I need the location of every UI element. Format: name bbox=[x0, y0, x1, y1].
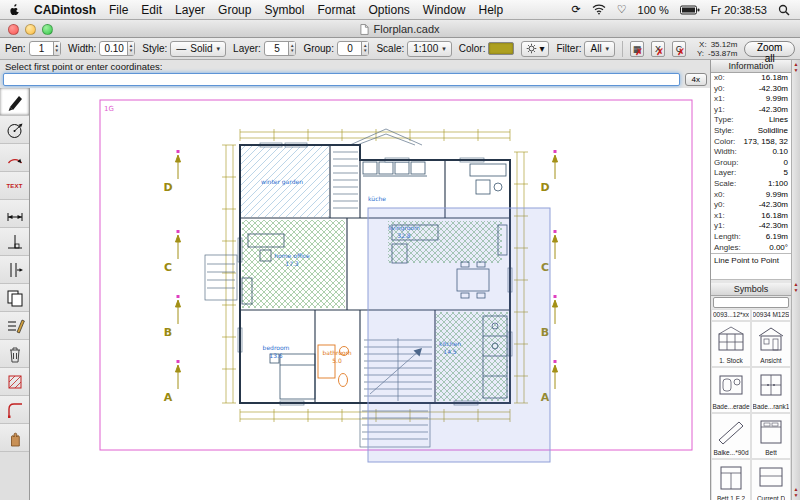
info-label: Group: bbox=[714, 158, 738, 169]
pen-stepper[interactable]: 1 ▲▼ bbox=[29, 41, 61, 56]
info-value: 6.19m bbox=[766, 232, 788, 243]
arc-icon bbox=[5, 148, 25, 168]
delete-tool[interactable] bbox=[0, 340, 29, 368]
room-label-winter-garden: winter garden bbox=[261, 178, 303, 186]
symbols-panel-header[interactable]: Symbols bbox=[711, 283, 791, 296]
wifi-icon[interactable] bbox=[592, 4, 606, 15]
color-swatch[interactable] bbox=[488, 42, 514, 55]
info-label: Length: bbox=[714, 232, 741, 243]
symbol-caption: Bade...erade bbox=[712, 402, 749, 412]
menu-options[interactable]: Options bbox=[368, 3, 409, 17]
spotlight-icon[interactable] bbox=[778, 4, 790, 16]
style-label: Style: bbox=[142, 43, 167, 54]
duplicate-tool[interactable] bbox=[0, 284, 29, 312]
command-confirm-button[interactable]: 4x bbox=[685, 73, 707, 86]
info-row: y1:-42.30m bbox=[711, 221, 791, 232]
menu-format[interactable]: Format bbox=[317, 3, 355, 17]
sync-icon[interactable]: ⟳ bbox=[571, 3, 580, 16]
stepper-down-icon: ▼ bbox=[55, 49, 59, 54]
marker-c-toggle[interactable]: C✗ bbox=[672, 41, 686, 57]
selection-overlay[interactable] bbox=[368, 208, 550, 462]
heart-icon[interactable]: ♡ bbox=[617, 3, 627, 16]
symbol-item[interactable]: 0093...12*xx bbox=[711, 309, 751, 321]
scroll-down-icon[interactable]: ▼ bbox=[794, 288, 799, 294]
symbol-item[interactable]: Balke...*90d bbox=[711, 413, 751, 459]
scroll-down-icon[interactable]: ▼ bbox=[794, 493, 799, 499]
fillet-tool[interactable] bbox=[0, 396, 29, 424]
line-draw-tool[interactable] bbox=[0, 88, 29, 116]
hatched-square-icon bbox=[5, 372, 25, 392]
room-label-bedroom: bedroom bbox=[263, 344, 290, 351]
information-panel-header[interactable]: Information bbox=[711, 60, 791, 73]
style-control: Style: — Solid ▾ bbox=[142, 41, 226, 57]
perpendicular-tool[interactable] bbox=[0, 228, 29, 256]
symbol-item[interactable]: Bade...erade bbox=[711, 367, 751, 413]
circle-tool[interactable] bbox=[0, 116, 29, 144]
symbol-item[interactable]: Ansicht bbox=[751, 321, 791, 367]
symbol-item[interactable]: 1. Stock bbox=[711, 321, 751, 367]
menu-group[interactable]: Group bbox=[218, 3, 251, 17]
info-row: y1:-42.30m bbox=[711, 105, 791, 116]
apple-menu[interactable] bbox=[10, 3, 21, 16]
information-rows: x0:16.18m y0:-42.30m x1:9.99m y1:-42.30m… bbox=[711, 73, 791, 254]
symbol-item[interactable]: Current D bbox=[751, 459, 791, 500]
symbol-caption: 1. Stock bbox=[719, 356, 742, 366]
close-button[interactable] bbox=[8, 24, 19, 35]
style-dropdown[interactable]: — Solid ▾ bbox=[170, 41, 226, 57]
menu-status-area: ⟳ ♡ 100 % Fr 20:38:53 bbox=[571, 3, 790, 16]
layer-stepper-arrows[interactable]: ▲▼ bbox=[288, 42, 295, 55]
menu-symbol[interactable]: Symbol bbox=[264, 3, 304, 17]
scroll-arrows[interactable]: ▲▼ bbox=[792, 282, 800, 293]
zoom-all-button[interactable]: Zoom all bbox=[744, 41, 795, 57]
symbol-item[interactable]: Bett 1 F 2 bbox=[711, 459, 751, 500]
symbol-item[interactable]: Bade...rank1 bbox=[751, 367, 791, 413]
info-value: 0.10 bbox=[772, 147, 788, 158]
layer-stepper[interactable]: 5 ▲▼ bbox=[264, 41, 296, 56]
menu-file[interactable]: File bbox=[109, 3, 128, 17]
group-stepper[interactable]: 0 ▲▼ bbox=[337, 41, 369, 56]
minimize-button[interactable] bbox=[25, 24, 36, 35]
arc-tool[interactable] bbox=[0, 144, 29, 172]
width-stepper[interactable]: 0.10 ▲▼ bbox=[99, 41, 135, 56]
drawing-canvas[interactable]: 1G bbox=[30, 88, 710, 500]
symbol-item[interactable]: 00934 M12S bbox=[751, 309, 791, 321]
settings-dropdown[interactable]: ▾ bbox=[521, 41, 549, 57]
marker-grid-toggle[interactable]: ▦✗ bbox=[630, 41, 644, 57]
menu-layer[interactable]: Layer bbox=[175, 3, 205, 17]
group-control: Group: 0 ▲▼ bbox=[303, 41, 369, 56]
fill-hatch-tool[interactable] bbox=[0, 368, 29, 396]
symbol-item[interactable]: Bett bbox=[751, 413, 791, 459]
symbol-caption: Bade...rank1 bbox=[753, 402, 790, 412]
menu-window[interactable]: Window bbox=[423, 3, 466, 17]
menu-help[interactable]: Help bbox=[479, 3, 504, 17]
info-label: y1: bbox=[714, 105, 725, 116]
window-title-bar[interactable]: Florplan.cadx bbox=[0, 20, 800, 38]
cabinet-icon bbox=[753, 368, 789, 402]
menu-edit[interactable]: Edit bbox=[141, 3, 162, 17]
pen-stepper-arrows[interactable]: ▲▼ bbox=[53, 42, 60, 55]
scroll-down-icon[interactable]: ▼ bbox=[794, 68, 799, 74]
scroll-arrows[interactable]: ▲▼ bbox=[792, 62, 800, 73]
menu-clock[interactable]: Fr 20:38:53 bbox=[711, 4, 767, 16]
text-tool[interactable]: TEXT bbox=[0, 172, 29, 200]
scroll-arrows[interactable]: ▲▼ bbox=[792, 487, 800, 498]
zoom-button[interactable] bbox=[42, 24, 53, 35]
width-stepper-arrows[interactable]: ▲▼ bbox=[127, 42, 134, 55]
perpendicular-icon bbox=[5, 232, 25, 252]
battery-percent: 100 % bbox=[638, 4, 669, 16]
hatch-tool[interactable] bbox=[0, 312, 29, 340]
coordinate-input[interactable] bbox=[3, 73, 680, 86]
offset-tool[interactable] bbox=[0, 256, 29, 284]
filter-dropdown[interactable]: All ▾ bbox=[584, 41, 615, 57]
symbols-filter-field[interactable] bbox=[713, 297, 789, 308]
dimension-tool[interactable] bbox=[0, 200, 29, 228]
coord-x-label: X: bbox=[699, 40, 707, 49]
pan-tool[interactable] bbox=[0, 424, 29, 452]
menu-app[interactable]: CADintosh bbox=[34, 3, 96, 17]
scale-dropdown[interactable]: 1:100 ▾ bbox=[407, 41, 452, 57]
panel-scrollbar[interactable]: ▲▼ ▲▼ ▲▼ bbox=[791, 60, 800, 500]
group-stepper-arrows[interactable]: ▲▼ bbox=[361, 42, 368, 55]
battery-icon[interactable] bbox=[680, 5, 700, 15]
symbol-caption: 00934 M12S bbox=[753, 310, 790, 320]
marker-x-toggle[interactable]: X✗ bbox=[651, 41, 665, 57]
